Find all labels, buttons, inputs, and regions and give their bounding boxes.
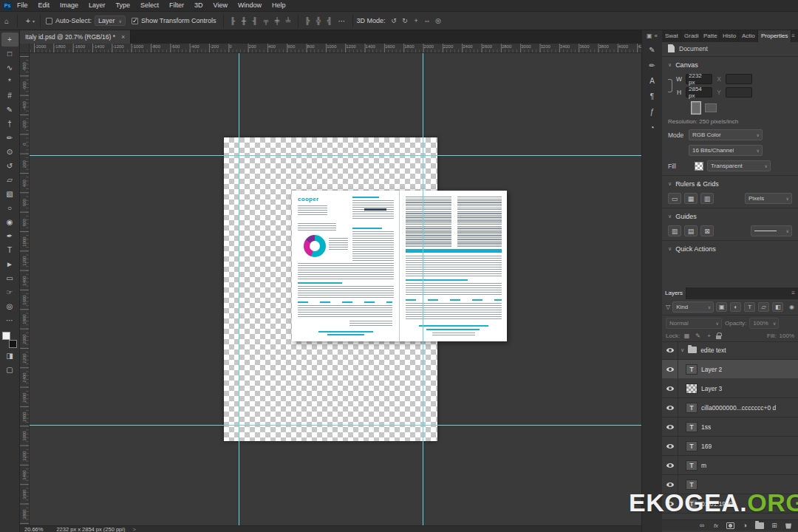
align-center-horizontal-icon[interactable]: ╫ [239,17,250,24]
align-middle-icon[interactable]: ╪ [272,17,283,24]
brushes-panel-icon[interactable]: ✏ [644,58,661,73]
panel-menu-icon[interactable]: ≡ [791,287,798,299]
clone-stamp-tool[interactable]: ⊙ [1,145,18,159]
layer-name[interactable]: Layer 3 [701,385,722,392]
quick-mask-icon[interactable]: ◨ [1,349,18,363]
panel-tab[interactable]: Swat [662,30,681,42]
adjustment-layer-icon[interactable]: ◑ [741,522,748,529]
collapse-panels-icon[interactable]: « [655,33,658,39]
visibility-eye-icon[interactable] [662,437,678,455]
paragraph-panel-icon[interactable]: ¶ [644,89,661,104]
panel-tab[interactable]: Actio [739,30,758,42]
3d-orbit-icon[interactable]: ↺ [389,17,400,24]
type-tool[interactable]: T [1,243,18,257]
layer-row[interactable]: ∨ T 169 [662,437,798,456]
path-selection-tool[interactable]: ► [1,257,18,271]
tab-layers[interactable]: Layers [662,287,686,299]
layer-group-icon[interactable] [755,522,764,529]
menu-item[interactable]: Filter [164,0,189,11]
panel-tab[interactable]: Patte [700,30,720,42]
zoom-tool[interactable]: ◎ [1,299,18,313]
guide-vertical[interactable] [423,53,423,525]
document-tab[interactable]: Italy id.psd @ 20.7% (RGB/16) * × [20,30,131,44]
guide-horizontal[interactable] [30,425,641,426]
lock-pixels-icon[interactable]: ✎ [694,332,702,339]
filter-type-layers-icon[interactable]: T [744,302,755,312]
layer-name[interactable]: cilla0000000...ccccccc+0 d [701,404,776,412]
menu-item[interactable]: Image [55,0,83,11]
layer-name[interactable]: edite text [700,347,726,354]
filter-smart-objects-icon[interactable]: ◧ [772,302,783,312]
pen-tool[interactable]: ✒ [1,229,18,243]
workspace-icon[interactable]: ▣ [647,33,652,39]
3d-slide-icon[interactable]: ⇔ [422,17,433,24]
layer-row[interactable]: ∨ T Layer 2 [662,360,798,379]
clear-guides-icon[interactable]: ⊠ [700,225,714,236]
edit-toolbar-icon[interactable]: ⋯ [1,313,18,327]
align-bottom-icon[interactable]: ╧ [283,17,294,24]
layer-filter-toggle-icon[interactable]: ◉ [789,304,794,310]
menu-item[interactable]: Window [233,0,267,11]
guide-horizontal[interactable] [30,155,641,156]
layer-name[interactable]: Layer 2 [701,366,722,373]
dodge-tool[interactable]: ◉ [1,215,18,229]
color-mode-dropdown[interactable]: RGB Color [689,129,763,140]
fill-dropdown[interactable]: Transparent [707,160,771,171]
menu-item[interactable]: Help [267,0,291,11]
lock-transparency-icon[interactable]: ▦ [683,332,691,339]
auto-select-checkbox[interactable] [46,18,52,24]
filter-pixel-layers-icon[interactable]: ▣ [716,302,727,312]
crop-tool[interactable]: # [1,89,18,103]
blur-tool[interactable]: ○ [1,201,18,215]
ruler-icon[interactable]: ▭ [668,193,681,204]
character-panel-icon[interactable]: A [644,73,661,89]
shape-tool[interactable]: ▭ [1,271,18,285]
screen-mode-icon[interactable]: ▢ [1,363,18,377]
canvas-area[interactable]: -2000-1800-1600-1400-1200-1000-800-600-4… [20,44,641,532]
section-quick-actions[interactable]: ∨ Quick Actions [662,242,798,256]
clone-source-panel-icon[interactable]: ◔ [644,120,661,135]
eraser-tool[interactable]: ▱ [1,173,18,187]
background-color-swatch[interactable] [9,340,17,348]
gradient-tool[interactable]: ▧ [1,187,18,201]
panel-tab[interactable]: Gradi [681,30,700,42]
layer-filter-kind-dropdown[interactable]: Kind [672,301,714,313]
new-layer-icon[interactable]: ⊞ [771,522,778,529]
section-guides[interactable]: ∨ Guides [662,210,798,223]
distribute-right-icon[interactable]: ╣ [324,17,335,24]
menu-item[interactable]: Edit [33,0,55,11]
menu-item[interactable]: Layer [83,0,111,11]
tool-preset-chevron-icon[interactable]: ▾ [33,18,35,24]
guide-style-dropdown[interactable] [751,225,792,236]
color-swatches[interactable] [1,331,18,349]
auto-select-target-dropdown[interactable]: Layer [95,16,126,26]
brush-settings-panel-icon[interactable]: ✎ [644,42,661,58]
visibility-eye-icon[interactable] [662,379,678,398]
foreground-color-swatch[interactable] [2,332,10,340]
eyedropper-tool[interactable]: ✎ [1,103,18,117]
layer-row[interactable]: ∨ Layer 3 [662,379,798,398]
layer-row[interactable]: ∨ T m [662,456,798,475]
filter-adjustment-layers-icon[interactable]: ◐ [730,302,741,312]
show-transform-checkbox[interactable] [132,18,138,24]
link-layers-icon[interactable]: ∞ [698,522,706,529]
layer-name[interactable]: 1ss [701,423,711,431]
panel-tab[interactable]: Histo [720,30,739,42]
close-tab-icon[interactable]: × [121,33,125,41]
3d-scale-icon[interactable]: ◎ [433,17,444,24]
marquee-tool[interactable]: □ [1,47,18,61]
menu-item[interactable]: 3D [189,0,208,11]
delete-layer-icon[interactable] [785,522,792,529]
more-options-icon[interactable]: ⋯ [335,17,349,25]
filter-shape-layers-icon[interactable]: ▱ [758,302,769,312]
layer-row[interactable]: ∨ edite text [662,341,798,360]
section-canvas[interactable]: ∨ Canvas [662,58,798,72]
section-rulers-grids[interactable]: ∨ Rulers & Grids [662,177,798,191]
blend-mode-dropdown[interactable]: Normal [666,318,722,329]
panel-menu-icon[interactable]: ≡ [791,30,798,42]
new-guide-layout-icon[interactable]: ▥ [668,225,681,236]
menu-item[interactable]: View [208,0,233,11]
menu-item[interactable]: Type [111,0,136,11]
fill-swatch[interactable] [695,162,703,171]
visibility-eye-icon[interactable] [662,417,678,436]
